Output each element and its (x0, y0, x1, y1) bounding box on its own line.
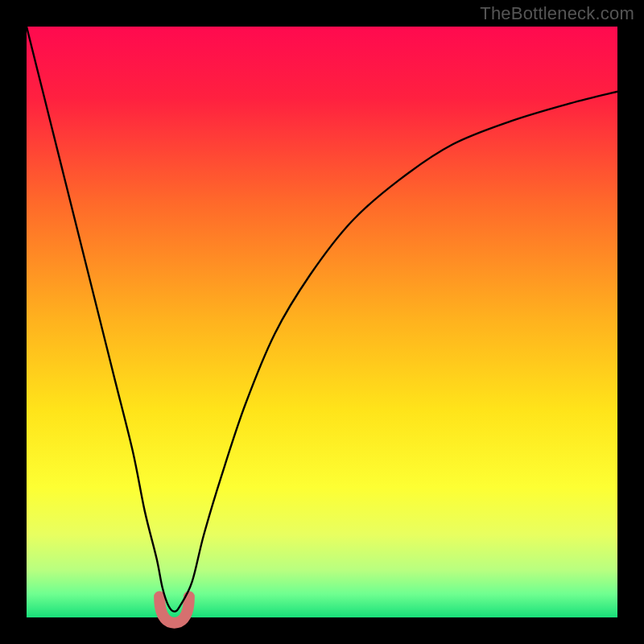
watermark-text: TheBottleneck.com (480, 3, 634, 24)
chart-frame: { "watermark": "TheBottleneck.com", "cha… (0, 0, 644, 644)
bottleneck-chart (0, 0, 644, 644)
